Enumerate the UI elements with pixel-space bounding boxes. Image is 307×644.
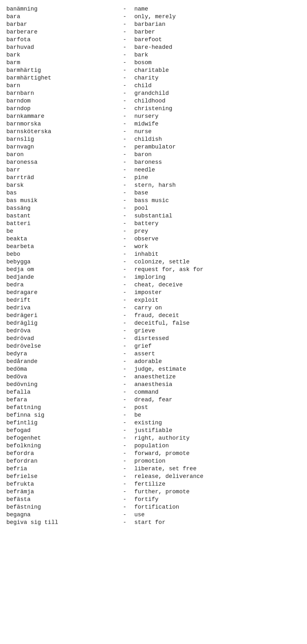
table-row: befintlig-existing [6, 419, 301, 427]
english-translation: exploit [134, 296, 301, 304]
english-translation: existing [134, 419, 301, 427]
english-translation: population [134, 442, 301, 450]
dash-separator: - [115, 327, 134, 335]
table-row: barfota-barefoot [6, 36, 301, 43]
table-row: begagna-use [6, 511, 301, 519]
dash-separator: - [115, 258, 134, 266]
table-row: befästning-fortification [6, 503, 301, 511]
swedish-word: bassäng [6, 204, 115, 212]
swedish-word: barhuvad [6, 43, 115, 51]
english-translation: assert [134, 350, 301, 358]
english-translation: baroness [134, 158, 301, 166]
english-translation: pine [134, 174, 301, 181]
english-translation: judge, estimate [134, 365, 301, 373]
swedish-word: barndop [6, 105, 115, 112]
dash-separator: - [115, 473, 134, 480]
table-row: barnmorska-midwife [6, 120, 301, 128]
english-translation: midwife [134, 120, 301, 128]
table-row: bedövning-anaesthesia [6, 381, 301, 388]
english-translation: barber [134, 28, 301, 36]
swedish-word: bedräglig [6, 319, 115, 327]
table-row: bedrift-exploit [6, 296, 301, 304]
english-translation: anaesthesia [134, 381, 301, 388]
table-row: befolkning-population [6, 442, 301, 450]
dash-separator: - [115, 13, 134, 20]
dash-separator: - [115, 442, 134, 450]
table-row: barnbarn-grandchild [6, 89, 301, 97]
dash-separator: - [115, 480, 134, 488]
table-row: baron-baron [6, 151, 301, 158]
swedish-word: befrämja [6, 488, 115, 496]
dash-separator: - [115, 396, 134, 404]
swedish-word: bas musik [6, 197, 115, 204]
english-translation: start for [134, 519, 301, 526]
english-translation: childhood [134, 97, 301, 105]
dash-separator: - [115, 143, 134, 151]
table-row: bedöva-anaesthetize [6, 373, 301, 381]
swedish-word: barnkammare [6, 112, 115, 120]
swedish-word: befria [6, 465, 115, 473]
dash-separator: - [115, 266, 134, 273]
table-row: barberare-barber [6, 28, 301, 36]
table-row: bara-only, merely [6, 13, 301, 20]
english-translation: colonize, settle [134, 258, 301, 266]
english-translation: request for, ask for [134, 266, 301, 273]
english-translation: work [134, 243, 301, 250]
swedish-word: begagna [6, 511, 115, 519]
swedish-word: bastant [6, 212, 115, 220]
english-translation: bark [134, 51, 301, 59]
english-translation: christening [134, 105, 301, 112]
dash-separator: - [115, 465, 134, 473]
swedish-word: barberare [6, 28, 115, 36]
table-row: bedrägeri-fraud, deceit [6, 312, 301, 319]
dash-separator: - [115, 289, 134, 296]
english-translation: justifiable [134, 427, 301, 434]
english-translation: release, deliverance [134, 473, 301, 480]
swedish-word: barnvagn [6, 143, 115, 151]
english-translation: post [134, 404, 301, 411]
table-row: barmhärtighet-charity [6, 74, 301, 82]
swedish-word: barnmorska [6, 120, 115, 128]
dash-separator: - [115, 189, 134, 197]
english-translation: forward, promote [134, 450, 301, 457]
swedish-word: bedragare [6, 289, 115, 296]
swedish-word: bedrövelse [6, 342, 115, 350]
english-translation: base [134, 189, 301, 197]
table-row: befogad-justifiable [6, 427, 301, 434]
english-translation: imploring [134, 273, 301, 281]
table-row: befattning-post [6, 404, 301, 411]
table-row: barndom-childhood [6, 97, 301, 105]
dash-separator: - [115, 181, 134, 189]
dash-separator: - [115, 457, 134, 465]
swedish-word: befrielse [6, 473, 115, 480]
english-translation: charity [134, 74, 301, 82]
swedish-word: bedrägeri [6, 312, 115, 319]
dash-separator: - [115, 204, 134, 212]
dash-separator: - [115, 488, 134, 496]
swedish-word: begiva sig till [6, 519, 115, 526]
table-row: bas-base [6, 189, 301, 197]
swedish-word: befolkning [6, 442, 115, 450]
table-row: bedräglig-deceitful, false [6, 319, 301, 327]
swedish-word: barn [6, 82, 115, 89]
swedish-word: barnsköterska [6, 128, 115, 135]
english-translation: right, authority [134, 434, 301, 442]
swedish-word: be [6, 227, 115, 235]
dash-separator: - [115, 381, 134, 388]
dash-separator: - [115, 342, 134, 350]
table-row: befästa-fortify [6, 496, 301, 503]
swedish-word: befara [6, 396, 115, 404]
english-translation: needle [134, 166, 301, 174]
table-row: barnvagn-perambulator [6, 143, 301, 151]
dash-separator: - [115, 166, 134, 174]
dash-separator: - [115, 51, 134, 59]
swedish-word: befintlig [6, 419, 115, 427]
swedish-word: barndom [6, 97, 115, 105]
english-translation: promotion [134, 457, 301, 465]
dash-separator: - [115, 36, 134, 43]
table-row: barnsköterska-nurse [6, 128, 301, 135]
dash-separator: - [115, 105, 134, 112]
swedish-word: barm [6, 59, 115, 66]
english-translation: grieve [134, 327, 301, 335]
swedish-word: bedjande [6, 273, 115, 281]
